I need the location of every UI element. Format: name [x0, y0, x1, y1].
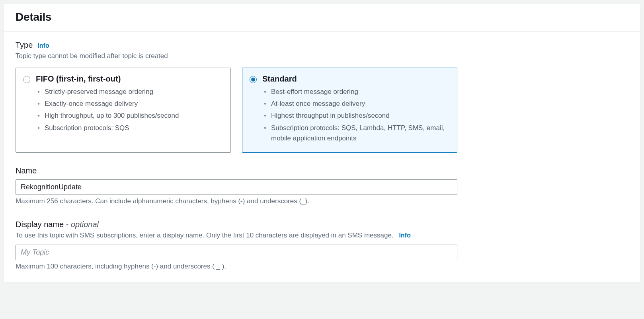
- display-name-hint: Maximum 100 characters, including hyphen…: [16, 262, 457, 272]
- type-option-standard[interactable]: Standard Best-effort message ordering At…: [242, 68, 457, 153]
- radio-icon: [23, 76, 30, 83]
- type-info-link[interactable]: Info: [37, 42, 49, 49]
- type-option-standard-bullets: Best-effort message ordering At-least on…: [262, 87, 450, 144]
- list-item: At-least once message delivery: [271, 99, 450, 109]
- name-section: Name Maximum 256 characters. Can include…: [16, 166, 457, 206]
- list-item: Exactly-once message delivery: [45, 99, 223, 109]
- type-hint: Topic type cannot be modified after topi…: [16, 51, 628, 61]
- type-label: Type: [16, 41, 33, 50]
- display-name-label: Display name - optional: [16, 220, 457, 229]
- display-name-section: Display name - optional To use this topi…: [16, 220, 457, 271]
- list-item: Highest throughput in publishes/second: [271, 111, 450, 121]
- name-hint: Maximum 256 characters. Can include alph…: [16, 196, 457, 206]
- panel-title: Details: [16, 11, 628, 23]
- type-tiles: FIFO (first-in, first-out) Strictly-pres…: [16, 68, 457, 153]
- list-item: Subscription protocols: SQS: [45, 123, 223, 133]
- list-item: Subscription protocols: SQS, Lambda, HTT…: [271, 123, 450, 144]
- details-panel: Details Type Info Topic type cannot be m…: [3, 3, 641, 283]
- list-item: Best-effort message ordering: [271, 87, 450, 97]
- type-option-fifo-bullets: Strictly-preserved message ordering Exac…: [36, 87, 223, 133]
- type-option-fifo[interactable]: FIFO (first-in, first-out) Strictly-pres…: [16, 68, 231, 153]
- type-option-standard-title: Standard: [262, 74, 450, 84]
- display-name-input[interactable]: [16, 245, 457, 260]
- panel-header: Details: [4, 4, 640, 32]
- display-name-info-link[interactable]: Info: [399, 232, 411, 239]
- display-name-label-secondary: optional: [71, 220, 99, 229]
- display-name-label-main: Display name -: [16, 220, 71, 229]
- name-label: Name: [16, 166, 457, 175]
- list-item: Strictly-preserved message ordering: [45, 87, 223, 97]
- display-name-description: To use this topic with SMS subscriptions…: [16, 231, 394, 241]
- type-option-fifo-title: FIFO (first-in, first-out): [36, 74, 223, 84]
- name-input[interactable]: [16, 179, 457, 195]
- list-item: High throughput, up to 300 publishes/sec…: [45, 111, 223, 121]
- type-section: Type Info Topic type cannot be modified …: [16, 41, 628, 153]
- radio-icon: [250, 76, 257, 83]
